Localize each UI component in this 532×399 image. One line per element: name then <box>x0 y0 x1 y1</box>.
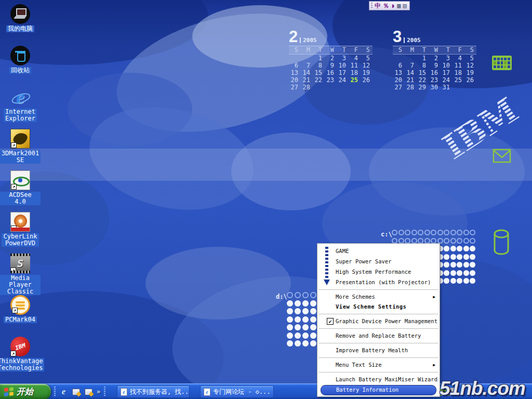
calendar-day: 7 <box>301 62 313 69</box>
calendar-day: 28 <box>301 84 313 91</box>
desktop-icon-my-computer[interactable]: 我的电脑 <box>0 4 41 32</box>
calendar-day: 15 <box>417 69 429 76</box>
menu-item-game[interactable]: GAME <box>317 246 440 256</box>
ie-quick-launch-icon[interactable]: e <box>59 388 68 396</box>
shortcut-arrow-icon: ↗ <box>10 268 16 273</box>
calendar-day: 24 <box>441 76 453 84</box>
disk-usage-dot <box>295 324 301 330</box>
soft-keyboard-icon[interactable]: ▦ <box>397 2 401 9</box>
disk-usage-dot <box>444 238 449 244</box>
calendar-week-row: 2728293031 <box>393 84 476 91</box>
quick-launch-grip[interactable] <box>54 387 56 397</box>
calendar-day <box>313 84 325 91</box>
calendar-day: 2 <box>429 55 441 62</box>
menu-item-presentation-with-projector-[interactable]: Presentation (with Projector) <box>317 277 440 287</box>
calendar-day: 6 <box>393 62 405 69</box>
disk-cylinder-widget-icon <box>493 229 510 256</box>
ime-menu-icon[interactable]: ▤ <box>403 2 406 9</box>
menu-item-battery-information[interactable]: Battery Information <box>321 385 436 395</box>
day-header: F <box>453 46 464 54</box>
disk-usage-dot <box>295 300 301 307</box>
disk-usage-dot <box>470 238 475 244</box>
calendar-week-row: 20212223242526 <box>289 76 373 84</box>
disk-usage-dot <box>287 324 293 330</box>
calendar-day: 5 <box>361 55 373 62</box>
calendar-week-row: 2728 <box>289 84 373 91</box>
calendar-day: 25 <box>349 76 361 84</box>
calendar-day: 25 <box>453 76 464 84</box>
calendar-day: 19 <box>464 69 476 76</box>
chinese-indicator-icon[interactable]: 中 <box>375 2 381 9</box>
desktop-icon-acdsee[interactable]: ↗ACDSee 4.0 <box>0 170 41 205</box>
punctuation-mode-icon[interactable]: ◗ <box>391 2 395 9</box>
calendar-week-row: 13141516171819 <box>289 69 373 76</box>
desktop-icon-3dmark[interactable]: ↗3DMark2001 SE <box>0 129 41 164</box>
menu-item-super-power-saver[interactable]: Super Power Saver <box>317 256 440 267</box>
calendar-day-headers: SMTWTFS <box>289 46 373 55</box>
desktop-icon-pcmark[interactable]: ↗PCMark04 <box>0 295 41 323</box>
menu-item-launch-battery-maximiser-wizard[interactable]: Launch Battery MaxiMiser Wizard <box>317 375 440 384</box>
calendar-day: 6 <box>289 62 301 69</box>
desktop-icon-label: ACDSee 4.0 <box>0 192 41 205</box>
menu-separator <box>318 289 438 290</box>
mail-quick-launch-icon[interactable] <box>72 388 81 396</box>
calendar-day: 23 <box>429 76 441 84</box>
calendar-day: 13 <box>289 69 301 76</box>
calendar-day <box>453 84 464 91</box>
disk-usage-dot <box>398 230 404 235</box>
quick-launch-chevron-icon[interactable]: » <box>97 388 100 395</box>
width-mode-icon[interactable]: ％ <box>383 2 389 9</box>
taskband-grip[interactable] <box>104 387 105 397</box>
desktop-icon-ie[interactable]: eInternet Explorer <box>0 87 41 122</box>
calendar-day <box>349 84 361 91</box>
langbar-grip[interactable] <box>371 3 373 9</box>
disk-label: c:\ <box>381 231 392 238</box>
calendar-week-row: 12345 <box>393 55 476 62</box>
calendar-title: 22005 <box>289 27 373 45</box>
disk-usage-dot <box>463 230 469 235</box>
start-button[interactable]: 开始 <box>0 384 51 399</box>
desktop-icon-thinkvantage[interactable]: IBM↗ThinkVantage Technologies <box>0 337 41 371</box>
calendar-day: 3 <box>441 55 453 62</box>
shortcut-arrow-icon: ↗ <box>11 225 17 231</box>
disk-usage-dot <box>450 254 456 260</box>
taskbar-button[interactable]: e找不到服务器, 找... <box>117 385 190 398</box>
ie-icon: e <box>10 87 30 107</box>
disk-usage-dot <box>418 238 423 244</box>
taskbar-button[interactable]: e专门网论坛 - ◇... <box>200 385 274 398</box>
disk-usage-dot <box>437 238 443 244</box>
disk-usage-dot <box>463 270 469 276</box>
windows-flag-icon <box>4 387 14 396</box>
calendar-day: 18 <box>453 69 464 76</box>
battery-context-menu: GAMESuper Power SaverHigh System Perform… <box>317 243 440 397</box>
day-header: S <box>361 46 373 54</box>
menu-item-high-system-performance[interactable]: High System Performance <box>317 267 440 277</box>
desktop-icon-recycle-bin[interactable]: 回收站 <box>0 46 41 74</box>
desktop-icon-label: ThinkVantage Technologies <box>0 358 44 371</box>
desktop-icon-mpc[interactable]: S↗Media Player Classic <box>0 254 41 295</box>
language-bar[interactable]: 中 ％ ◗ ▦ ▤ <box>369 1 410 10</box>
menu-item-improve-battery-health[interactable]: Improve Battery Health <box>317 345 440 355</box>
calendar-day: 1 <box>313 55 325 62</box>
disk-usage-dot <box>444 254 449 260</box>
menu-item-view-scheme-settings[interactable]: View Scheme Settings <box>317 302 440 312</box>
disk-usage-dot <box>418 230 423 235</box>
menu-item-more-schemes[interactable]: More Schemes▶ <box>317 292 440 302</box>
show-desktop-icon[interactable] <box>84 388 93 396</box>
menu-item-graphic-device-power-management[interactable]: ✔Graphic Device Power Management <box>317 316 440 326</box>
menu-item-remove-and-replace-battery[interactable]: Remove and Replace Battery <box>317 331 440 341</box>
disk-usage-dot <box>424 238 430 244</box>
calendar-day: 4 <box>349 55 361 62</box>
disk-usage-dot <box>310 316 316 323</box>
grid-cells <box>494 58 510 68</box>
disk-usage-dot <box>302 300 309 307</box>
calendar-day <box>393 55 405 62</box>
menu-item-menu-text-size[interactable]: Menu Text Size▶ <box>317 360 440 370</box>
calendar-day <box>289 55 301 62</box>
calendar-day: 2 <box>325 55 337 62</box>
calendar-week-row: 6789101112 <box>289 62 373 69</box>
mail-widget-icon <box>493 149 511 163</box>
calendar-day: 26 <box>464 76 476 84</box>
desktop-icon-powerdvd[interactable]: ↗CyberLink PowerDVD <box>0 212 41 247</box>
disk-usage-dot <box>302 308 309 314</box>
